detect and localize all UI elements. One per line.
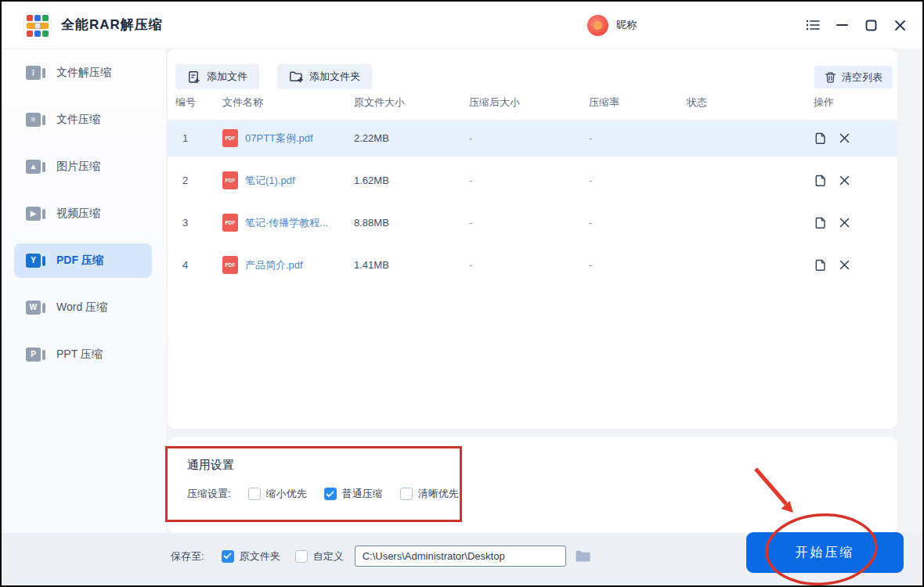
video-compress-icon: ▶ [26,207,45,221]
pdf-file-icon: PDF [222,214,238,232]
pdf-file-icon: PDF [222,256,238,274]
option-label: 原文件夹 [240,549,280,564]
col-number: 编号 [175,95,222,110]
file-size: 1.41MB [354,259,469,271]
clear-list-label: 清空列表 [842,70,882,85]
minimize-icon[interactable] [833,16,850,34]
open-file-icon[interactable] [814,258,827,272]
sidebar-item-label: 文件解压缩 [56,66,111,80]
sidebar-item-file-unzip[interactable]: ⋮ 文件解压缩 [14,56,152,90]
option-clarity-priority[interactable]: 清晰优先 [400,487,459,501]
app-title: 全能RAR解压缩 [61,2,163,49]
checkbox-unchecked[interactable] [295,550,308,563]
table-row: 4 PDF产品简介.pdf 1.41MB - - [168,247,897,283]
sidebar-item-label: 图片压缩 [56,160,100,174]
col-ratio: 压缩率 [589,95,687,110]
compress-ratio: - [589,259,687,271]
window-controls [804,2,908,49]
option-label: 自定义 [313,549,344,564]
pdf-compress-icon: Y [26,254,45,268]
app-logo-icon [23,12,52,40]
compress-ratio: - [589,217,687,229]
avatar[interactable] [587,15,608,36]
option-normal-compress[interactable]: 普通压缩 [324,487,383,501]
maximize-icon[interactable] [862,16,879,34]
browse-folder-icon[interactable] [575,549,591,563]
sidebar-item-label: PDF 压缩 [56,254,103,268]
settings-title: 通用设置 [187,458,234,473]
sidebar-item-ppt-compress[interactable]: P PPT 压缩 [14,337,152,372]
row-number: 2 [175,175,222,186]
row-number: 3 [175,217,222,229]
sidebar-item-pdf-compress[interactable]: Y PDF 压缩 [14,243,152,278]
sidebar-item-label: 文件压缩 [56,113,100,127]
ppt-compress-icon: P [26,348,45,362]
open-file-icon[interactable] [814,131,827,146]
open-file-icon[interactable] [814,174,827,188]
word-compress-icon: W [26,301,45,315]
option-shrink-priority[interactable]: 缩小优先 [248,487,307,501]
file-size: 2.22MB [354,132,469,144]
row-number: 1 [175,132,222,144]
general-settings-panel: 通用设置 压缩设置: 缩小优先 普通压缩 清晰优先 [168,437,897,533]
compressed-size: - [469,259,589,271]
sidebar-item-file-compress[interactable]: ≡ 文件压缩 [14,103,152,137]
remove-file-icon[interactable] [839,132,850,144]
option-custom-path[interactable]: 自定义 [295,549,344,564]
add-folder-icon [289,70,303,83]
compressed-size: - [469,175,589,186]
compress-ratio: - [589,132,687,144]
compressed-size: - [469,132,589,144]
pdf-file-icon: PDF [222,129,238,147]
file-unzip-icon: ⋮ [26,66,45,80]
add-file-button[interactable]: 添加文件 [175,64,259,89]
file-name: 产品简介.pdf [245,258,303,272]
user-nickname: 昵称 [616,18,637,32]
file-size: 8.88MB [354,217,469,229]
close-icon[interactable] [891,16,908,34]
menu-list-icon[interactable] [804,16,821,34]
image-compress-icon: ▲ [26,160,45,174]
start-compress-button[interactable]: 开始压缩 [746,532,904,573]
option-original-folder[interactable]: 原文件夹 [222,549,280,564]
remove-file-icon[interactable] [839,217,850,229]
remove-file-icon[interactable] [839,259,850,271]
save-to-label: 保存至: [171,549,204,564]
col-actions: 操作 [814,95,890,110]
app-window: 全能RAR解压缩 昵称 ⋮ 文件解压缩 ≡ 文件压缩 [0,0,924,587]
table-header: 编号 文件名称 原文件大小 压缩后大小 压缩率 状态 操作 [168,95,897,110]
checkbox-unchecked[interactable] [400,488,413,500]
add-file-label: 添加文件 [207,70,247,84]
remove-file-icon[interactable] [839,175,850,186]
col-original-size: 原文件大小 [354,95,469,110]
save-path-input[interactable] [355,546,566,567]
checkbox-checked[interactable] [324,488,337,500]
checkbox-checked[interactable] [222,550,234,563]
sidebar-item-label: Word 压缩 [56,301,107,315]
file-name: 07PTT案例.pdf [245,131,313,146]
compress-ratio: - [589,175,687,186]
add-folder-label: 添加文件夹 [309,70,360,84]
file-name: 笔记(1).pdf [245,174,295,188]
user-account[interactable]: 昵称 [587,2,637,49]
add-folder-button[interactable]: 添加文件夹 [277,64,372,89]
open-file-icon[interactable] [814,216,827,230]
file-size: 1.62MB [354,175,469,186]
col-status: 状态 [687,95,814,110]
file-name: 笔记·传播学教程... [245,216,328,230]
sidebar-item-video-compress[interactable]: ▶ 视频压缩 [14,196,152,231]
title-bar: 全能RAR解压缩 昵称 [2,2,922,49]
sidebar-item-label: 视频压缩 [56,207,100,221]
file-compress-icon: ≡ [26,113,45,127]
table-row: 1 PDF07PTT案例.pdf 2.22MB - - [168,120,897,157]
sidebar-item-image-compress[interactable]: ▲ 图片压缩 [14,149,152,184]
add-file-icon [187,70,200,84]
checkbox-unchecked[interactable] [248,488,261,500]
col-compressed-size: 压缩后大小 [469,95,589,110]
row-number: 4 [175,259,222,271]
option-label: 清晰优先 [418,487,459,501]
sidebar-item-word-compress[interactable]: W Word 压缩 [14,290,152,325]
option-label: 普通压缩 [342,487,383,501]
clear-list-button[interactable]: 清空列表 [814,66,893,88]
trash-icon [825,71,836,84]
